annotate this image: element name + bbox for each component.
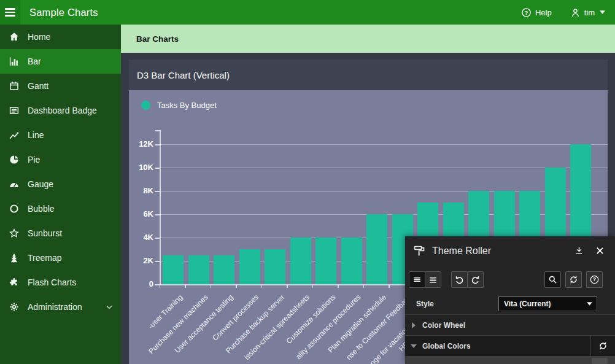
page-header: Bar Charts — [121, 25, 615, 53]
y-axis-line — [160, 130, 161, 285]
y-tick — [155, 214, 160, 215]
bar-9[interactable] — [366, 214, 387, 284]
sidebar-item-treemap[interactable]: Treemap — [0, 246, 121, 270]
sidebar-item-label: Bar — [28, 56, 41, 66]
chart-panel-title: D3 Bar Chart (Vertical) — [129, 60, 608, 90]
hamburger-menu-button[interactable] — [0, 0, 20, 25]
x-tick — [211, 285, 212, 288]
sidebar-item-flash-charts[interactable]: Flash Charts — [0, 270, 121, 295]
search-button[interactable] — [544, 271, 561, 288]
sidebar-item-label: Gauge — [28, 179, 53, 189]
x-tick — [363, 285, 365, 288]
app-title: Sample Charts — [29, 7, 98, 18]
sidebar-item-label: Administration — [28, 302, 82, 312]
bar-4[interactable] — [239, 249, 260, 284]
sidebar: HomeBarGanttDashboard BadgeLinePieGaugeB… — [0, 25, 121, 364]
help-label: Help — [535, 8, 552, 17]
y-tick — [155, 168, 160, 169]
x-tick — [160, 285, 161, 288]
bar-3[interactable] — [214, 255, 234, 285]
sidebar-item-home[interactable]: Home — [0, 25, 121, 49]
redo-button[interactable] — [467, 271, 484, 288]
pie-chart-icon — [9, 154, 20, 165]
gridline-12K — [160, 144, 608, 145]
refresh-button[interactable] — [565, 271, 582, 288]
bar-5[interactable] — [265, 249, 285, 284]
sidebar-item-label: Bubble — [28, 204, 55, 214]
y-tick-label: 2K — [129, 255, 153, 266]
sidebar-item-label: Pie — [28, 155, 40, 165]
sidebar-item-pie[interactable]: Pie — [0, 147, 121, 172]
user-name: tim — [584, 8, 595, 17]
y-tick — [155, 261, 160, 262]
sidebar-item-line[interactable]: Line — [0, 123, 121, 147]
sidebar-item-bubble[interactable]: Bubble — [0, 196, 121, 221]
theme-roller-footer — [405, 356, 615, 364]
search-icon — [547, 274, 558, 285]
bar-2[interactable] — [188, 255, 209, 285]
x-tick — [312, 285, 314, 288]
close-button[interactable] — [595, 246, 605, 256]
puzzle-icon — [9, 277, 20, 288]
sidebar-item-administration[interactable]: Administration — [0, 295, 121, 319]
y-tick-label: 4K — [129, 232, 153, 243]
global-colors-refresh-button[interactable] — [590, 336, 615, 356]
x-tick — [261, 285, 263, 288]
line-spacing-compact-button[interactable] — [409, 271, 425, 288]
sidebar-item-label: Line — [28, 130, 44, 140]
y-tick-label: 10K — [129, 162, 153, 173]
sidebar-item-dashboard-badge[interactable]: Dashboard Badge — [0, 98, 121, 123]
section-color-wheel[interactable]: Color Wheel — [405, 314, 615, 335]
lines-4-icon — [428, 274, 438, 285]
help-circle-icon: ? — [589, 274, 600, 285]
help-circle-button[interactable]: ? — [586, 271, 603, 288]
section-label: Color Wheel — [422, 321, 465, 330]
x-tick — [287, 285, 288, 288]
download-button[interactable] — [574, 246, 584, 256]
sidebar-item-label: Flash Charts — [28, 277, 76, 287]
user-icon — [570, 7, 581, 18]
undo-button[interactable] — [451, 271, 468, 288]
undo-icon — [454, 274, 465, 285]
legend-label: Tasks By Budget — [157, 101, 217, 110]
bar-6[interactable] — [290, 238, 311, 284]
y-tick-label: 0 — [129, 279, 153, 290]
section-global-colors[interactable]: Global Colors — [405, 335, 615, 356]
bar-8[interactable] — [341, 238, 362, 284]
sidebar-item-gauge[interactable]: Gauge — [0, 172, 121, 196]
style-dropdown[interactable]: Vita (Current) — [498, 296, 597, 311]
user-menu-button[interactable]: tim — [570, 7, 605, 18]
paint-roller-icon — [413, 244, 426, 257]
x-tick — [338, 285, 339, 288]
treemap-tree-icon — [9, 252, 20, 263]
breadcrumb: Bar Charts — [136, 34, 179, 44]
theme-roller-header[interactable]: Theme Roller — [405, 236, 615, 265]
svg-text:?: ? — [593, 277, 596, 282]
sidebar-item-gantt[interactable]: Gantt — [0, 74, 121, 98]
legend-item[interactable]: Tasks By Budget — [141, 101, 217, 110]
bubble-icon — [9, 203, 20, 214]
caret-down-icon — [587, 302, 592, 306]
home-icon — [9, 31, 20, 42]
caret-down-icon — [600, 10, 605, 14]
sidebar-item-sunburst[interactable]: Sunburst — [0, 221, 121, 246]
x-axis-label: Convert processes — [211, 293, 261, 343]
gear-icon — [9, 301, 20, 312]
gridline-10K — [160, 168, 608, 168]
x-tick — [236, 285, 237, 288]
bar-chart-icon — [9, 56, 20, 67]
sidebar-item-label: Gantt — [28, 81, 48, 91]
bar-1[interactable] — [163, 255, 184, 285]
refresh-icon — [568, 274, 579, 285]
sidebar-item-label: Sunburst — [28, 228, 62, 238]
style-row: Style Vita (Current) — [405, 293, 615, 314]
theme-roller-title: Theme Roller — [432, 246, 491, 257]
help-button[interactable]: ? Help — [521, 7, 552, 18]
style-dropdown-value: Vita (Current) — [504, 300, 587, 308]
gridline-8K — [160, 191, 608, 192]
line-spacing-comfortable-button[interactable] — [425, 271, 441, 288]
y-tick-label: 12K — [129, 139, 153, 150]
bar-7[interactable] — [315, 238, 336, 284]
sidebar-item-bar[interactable]: Bar — [0, 49, 121, 74]
y-tick — [155, 191, 160, 192]
